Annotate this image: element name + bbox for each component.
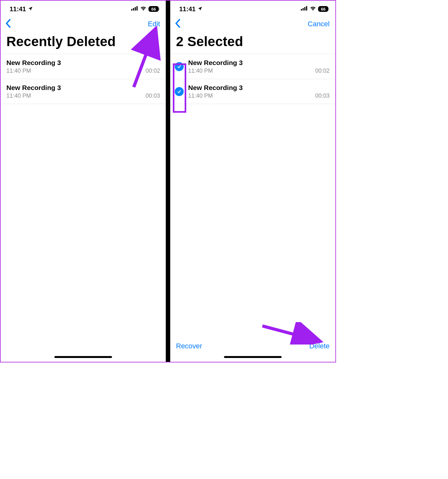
list-item[interactable]: New Recording 3 11:40 PM 00:03 (1, 79, 166, 104)
recording-time: 11:40 PM (188, 93, 213, 99)
svg-rect-5 (301, 9, 302, 11)
bottom-toolbar: Recover Delete (170, 337, 335, 354)
nav-bar: Edit (1, 15, 166, 31)
checkmark-icon[interactable] (175, 62, 184, 71)
cancel-button[interactable]: Cancel (306, 20, 332, 28)
recording-title: New Recording 3 (6, 59, 160, 67)
list-item[interactable]: New Recording 3 11:40 PM 00:02 (1, 54, 166, 79)
recording-title: New Recording 3 (6, 84, 160, 92)
list-item[interactable]: New Recording 3 11:40 PM 00:03 (170, 79, 335, 104)
svg-rect-3 (137, 6, 138, 11)
recording-duration: 00:03 (315, 93, 330, 99)
screenshot-divider (166, 1, 170, 362)
back-button[interactable] (3, 19, 13, 29)
recordings-list: New Recording 3 11:40 PM 00:02 New Recor… (170, 54, 335, 104)
status-bar: 11:41 66 (1, 1, 166, 15)
svg-rect-1 (133, 8, 134, 11)
wifi-icon (140, 6, 147, 12)
location-icon (197, 5, 203, 13)
phone-left: 11:41 66 Edit Recently D (1, 1, 166, 362)
recording-time: 11:40 PM (188, 68, 213, 74)
battery-icon: 66 (318, 6, 328, 12)
cellular-icon (131, 6, 138, 12)
home-indicator[interactable] (1, 354, 166, 362)
home-indicator[interactable] (170, 354, 335, 362)
delete-button[interactable]: Delete (309, 342, 330, 350)
back-button[interactable] (172, 19, 183, 29)
status-bar: 11:41 66 (170, 1, 335, 15)
battery-icon: 66 (148, 6, 159, 12)
svg-rect-8 (306, 6, 308, 11)
recordings-list: New Recording 3 11:40 PM 00:02 New Recor… (1, 54, 166, 104)
svg-rect-7 (304, 7, 306, 11)
recording-duration: 00:02 (146, 68, 160, 74)
phone-right: 11:41 66 Cancel 2 Select (170, 1, 335, 362)
checkmark-icon[interactable] (175, 87, 184, 96)
svg-rect-0 (131, 9, 132, 11)
cellular-icon (301, 6, 308, 12)
status-time: 11:41 (10, 5, 26, 13)
recording-time: 11:40 PM (6, 68, 31, 74)
recording-duration: 00:03 (146, 93, 160, 99)
recording-time: 11:40 PM (6, 93, 31, 99)
recording-duration: 00:02 (315, 68, 330, 74)
svg-rect-2 (135, 7, 136, 11)
recover-button[interactable]: Recover (176, 342, 202, 350)
recording-title: New Recording 3 (188, 59, 330, 67)
recording-title: New Recording 3 (188, 84, 330, 92)
page-title: 2 Selected (170, 31, 335, 54)
svg-rect-6 (303, 8, 304, 11)
nav-bar: Cancel (170, 15, 335, 31)
list-item[interactable]: New Recording 3 11:40 PM 00:02 (170, 54, 335, 79)
wifi-icon (310, 6, 316, 12)
location-icon (28, 5, 33, 13)
status-time: 11:41 (179, 5, 196, 13)
page-title: Recently Deleted (1, 31, 166, 54)
edit-button[interactable]: Edit (146, 20, 162, 28)
